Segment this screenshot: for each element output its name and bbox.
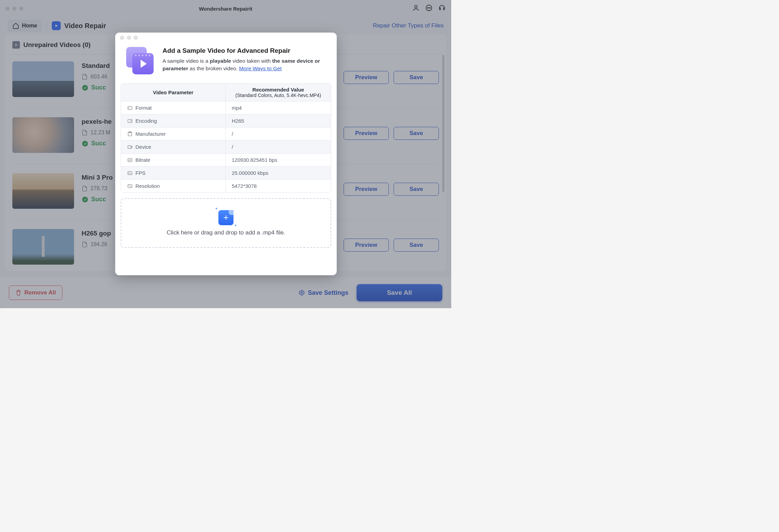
- add-file-icon: ✦ ✦: [218, 210, 233, 225]
- param-name: Resolution: [121, 180, 226, 192]
- device-icon: [127, 144, 133, 150]
- svg-rect-15: [128, 146, 131, 148]
- param-name: FPS: [121, 167, 226, 179]
- manufacturer-icon: [127, 131, 133, 137]
- param-value: 120930.825451 bps: [226, 154, 331, 166]
- encoding-icon: [127, 118, 133, 124]
- param-value: 5472*3078: [226, 180, 331, 192]
- table-row: Resolution 5472*3078: [121, 179, 331, 192]
- param-name: Manufacturer: [121, 128, 226, 140]
- table-row: FPS 25.000000 kbps: [121, 166, 331, 179]
- resolution-icon: [127, 183, 133, 189]
- fps-icon: [127, 170, 133, 176]
- svg-point-11: [129, 108, 129, 108]
- column-header-parameter: Video Parameter: [121, 84, 226, 101]
- advanced-repair-modal: Add a Sample Video for Advanced Repair A…: [115, 33, 337, 275]
- table-row: Bitrate 120930.825451 bps: [121, 153, 331, 166]
- table-row: Format mp4: [121, 101, 331, 114]
- parameter-table: Video Parameter Recommended Value (Stand…: [121, 83, 331, 193]
- param-value: mp4: [226, 101, 331, 114]
- param-name: Device: [121, 141, 226, 153]
- bitrate-icon: [127, 157, 133, 163]
- drop-zone-text: Click here or drag and drop to add a .mp…: [167, 229, 285, 236]
- more-ways-link[interactable]: More Ways to Get: [239, 65, 281, 71]
- svg-rect-10: [128, 106, 132, 109]
- modal-titlebar: [115, 33, 337, 43]
- param-value: /: [226, 128, 331, 140]
- param-name: Encoding: [121, 114, 226, 127]
- modal-title: Add a Sample Video for Advanced Repair: [163, 47, 326, 55]
- param-value: H265: [226, 114, 331, 127]
- table-row: Encoding H265: [121, 114, 331, 127]
- modal-header: Add a Sample Video for Advanced Repair A…: [115, 43, 337, 82]
- param-name: Format: [121, 101, 226, 114]
- maximize-modal-icon[interactable]: [134, 36, 138, 40]
- table-row: Device /: [121, 140, 331, 153]
- minimize-modal-icon[interactable]: [127, 36, 131, 40]
- param-value: 25.000000 kbps: [226, 167, 331, 179]
- param-name: Bitrate: [121, 154, 226, 166]
- sample-video-icon: [126, 47, 154, 75]
- param-value: /: [226, 141, 331, 153]
- file-drop-zone[interactable]: ✦ ✦ Click here or drag and drop to add a…: [121, 198, 331, 248]
- svg-rect-18: [128, 184, 132, 188]
- table-header-row: Video Parameter Recommended Value (Stand…: [121, 84, 331, 101]
- format-icon: [127, 105, 133, 111]
- table-row: Manufacturer /: [121, 127, 331, 140]
- column-header-value: Recommended Value (Standard Colors, Auto…: [226, 84, 331, 101]
- modal-header-text: Add a Sample Video for Advanced Repair A…: [163, 47, 326, 75]
- close-modal-icon[interactable]: [120, 36, 124, 40]
- modal-description: A sample video is a playable video taken…: [163, 57, 326, 73]
